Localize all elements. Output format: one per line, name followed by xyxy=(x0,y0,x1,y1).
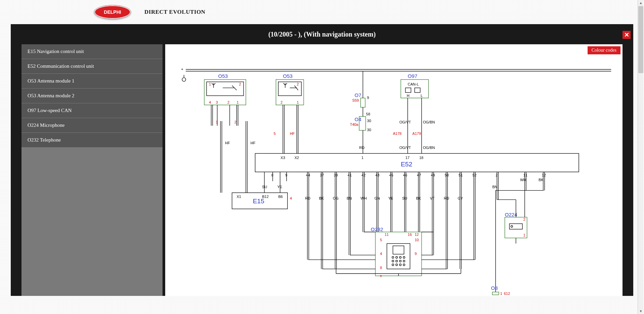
svg-line-33 xyxy=(285,83,287,85)
close-button[interactable]: ✕ xyxy=(623,31,631,39)
svg-text:2: 2 xyxy=(239,82,241,86)
scroll-down-icon[interactable]: ▼ xyxy=(638,308,644,314)
svg-text:B6: B6 xyxy=(278,195,283,199)
svg-text:11: 11 xyxy=(523,173,527,177)
svg-point-165 xyxy=(392,260,394,262)
svg-text:O53: O53 xyxy=(283,73,292,79)
svg-text:HF: HF xyxy=(290,132,295,136)
svg-text:50: 50 xyxy=(445,173,449,177)
svg-point-163 xyxy=(400,256,402,258)
svg-point-3 xyxy=(182,78,186,82)
svg-text:30: 30 xyxy=(367,119,371,123)
sidebar-item-o53-1[interactable]: O53 Antenna module 1 xyxy=(21,74,163,89)
svg-line-12 xyxy=(214,83,216,85)
svg-point-166 xyxy=(396,260,398,262)
svg-text:1: 1 xyxy=(362,156,364,160)
sidebar: E15 Navigation control unit E52 Communic… xyxy=(21,44,163,296)
svg-text:52: 52 xyxy=(472,173,476,177)
svg-text:RD: RD xyxy=(359,146,365,150)
svg-line-32 xyxy=(283,83,285,85)
svg-text:OG/BN: OG/BN xyxy=(423,146,435,150)
vertical-scrollbar[interactable]: ▲ ▼ xyxy=(638,0,643,314)
close-icon: ✕ xyxy=(624,31,629,39)
svg-text:O232: O232 xyxy=(371,226,383,232)
svg-text:B12: B12 xyxy=(262,195,269,199)
svg-text:1: 1 xyxy=(216,120,218,124)
svg-text:O8: O8 xyxy=(491,285,498,291)
svg-text:1: 1 xyxy=(523,233,525,237)
svg-text:44: 44 xyxy=(306,173,310,177)
svg-text:43: 43 xyxy=(375,173,379,177)
svg-text:5: 5 xyxy=(380,238,382,242)
brand-logo: DELPHI xyxy=(94,5,131,19)
svg-text:OG/BN: OG/BN xyxy=(423,120,435,124)
svg-text:16: 16 xyxy=(408,232,412,237)
svg-text:YE: YE xyxy=(388,196,393,200)
svg-text:11: 11 xyxy=(384,232,388,237)
svg-text:9: 9 xyxy=(415,252,417,256)
svg-point-164 xyxy=(403,256,405,258)
svg-text:612: 612 xyxy=(504,292,510,296)
scroll-up-icon[interactable]: ▲ xyxy=(638,0,644,6)
sidebar-item-o97[interactable]: O97 Low-speed CAN xyxy=(21,103,163,118)
svg-rect-73 xyxy=(255,153,579,172)
svg-text:2: 2 xyxy=(496,173,498,177)
svg-text:9: 9 xyxy=(285,173,287,177)
svg-point-172 xyxy=(403,264,405,266)
svg-text:O4: O4 xyxy=(355,116,361,122)
svg-point-171 xyxy=(400,264,402,266)
svg-text:5: 5 xyxy=(274,132,276,136)
wiring-diagram[interactable]: + O53 1 2 4 3 2 1 xyxy=(172,61,616,314)
svg-text:X3: X3 xyxy=(281,156,285,160)
sidebar-item-o224[interactable]: O224 Microphone xyxy=(21,118,163,133)
svg-text:CAN-L: CAN-L xyxy=(408,82,419,86)
sidebar-item-o232[interactable]: O232 Telephone xyxy=(21,133,163,148)
svg-rect-61 xyxy=(405,88,411,93)
svg-text:E52: E52 xyxy=(401,161,412,168)
svg-point-169 xyxy=(392,264,394,266)
svg-text:O53: O53 xyxy=(218,73,228,79)
svg-text:2: 2 xyxy=(227,100,229,104)
svg-text:2: 2 xyxy=(297,82,299,86)
svg-text:10: 10 xyxy=(415,238,419,242)
sidebar-item-o53-2[interactable]: O53 Antenna module 2 xyxy=(21,89,163,103)
svg-text:8: 8 xyxy=(380,266,382,270)
svg-text:4: 4 xyxy=(290,196,292,200)
svg-text:H: H xyxy=(407,94,410,98)
svg-text:BK: BK xyxy=(319,196,324,200)
svg-text:51: 51 xyxy=(459,173,463,177)
svg-point-167 xyxy=(400,260,402,262)
sidebar-item-e15[interactable]: E15 Navigation control unit xyxy=(21,44,163,59)
svg-text:HF: HF xyxy=(225,141,230,145)
svg-text:4: 4 xyxy=(380,252,382,256)
svg-point-198 xyxy=(511,225,513,227)
svg-text:WH: WH xyxy=(520,178,526,182)
svg-text:OG/VT: OG/VT xyxy=(400,120,411,124)
svg-text:18: 18 xyxy=(419,156,423,160)
svg-text:1: 1 xyxy=(500,292,502,296)
svg-rect-27 xyxy=(276,80,304,105)
svg-text:1: 1 xyxy=(237,100,239,104)
app-header: DELPHI DIRECT EVOLUTION xyxy=(0,0,644,24)
svg-text:WH: WH xyxy=(361,196,367,200)
svg-text:GY: GY xyxy=(458,196,463,200)
content-area: E15 Navigation control unit E52 Communic… xyxy=(11,44,633,296)
svg-text:46: 46 xyxy=(403,173,407,177)
svg-rect-211 xyxy=(492,292,499,295)
svg-text:O224: O224 xyxy=(505,212,517,217)
svg-text:39: 39 xyxy=(334,173,338,177)
svg-text:BN: BN xyxy=(492,185,497,189)
sidebar-item-e52[interactable]: E52 Communication control unit xyxy=(21,59,163,74)
svg-text:O7: O7 xyxy=(355,92,361,98)
svg-text:4: 4 xyxy=(209,100,211,104)
svg-text:47: 47 xyxy=(417,173,421,177)
svg-text:BN: BN xyxy=(347,196,352,200)
svg-text:30: 30 xyxy=(367,128,371,132)
svg-text:YE: YE xyxy=(277,185,282,189)
svg-text:HF: HF xyxy=(250,141,256,145)
scroll-thumb[interactable] xyxy=(638,6,643,73)
svg-text:x: x xyxy=(380,274,382,278)
colour-codes-button[interactable]: Colour codes xyxy=(588,46,620,54)
svg-point-162 xyxy=(396,256,398,258)
svg-rect-197 xyxy=(509,224,522,229)
